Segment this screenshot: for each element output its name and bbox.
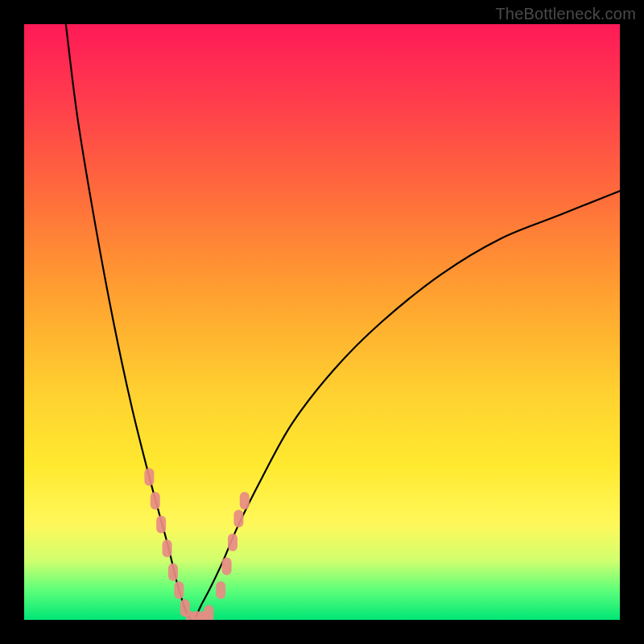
marker [204,605,213,620]
marker [168,564,178,581]
marker [240,492,250,510]
marker [228,534,237,551]
plot-area [24,24,620,620]
marker [216,581,225,599]
marker [222,557,232,575]
bottleneck-curve [66,24,620,620]
marker [144,468,154,485]
marker [174,581,184,599]
marker [151,492,160,510]
watermark-label: TheBottleneck.com [495,5,636,23]
highlighted-markers [144,468,249,620]
marker [156,516,166,534]
marker [233,510,243,527]
chart-frame: TheBottleneck.com [0,0,644,644]
chart-svg [24,24,620,620]
marker [163,539,172,557]
